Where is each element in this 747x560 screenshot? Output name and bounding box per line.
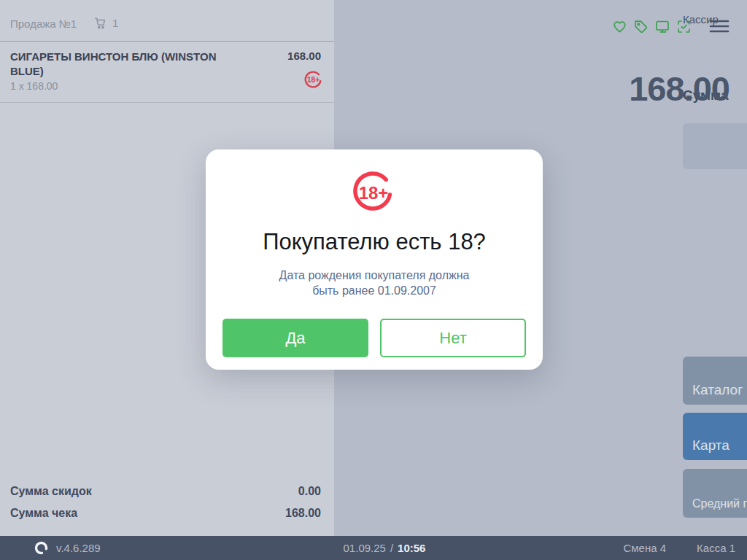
product-price: 168.00 [287, 50, 321, 62]
register-label[interactable]: Касса 1 [697, 542, 735, 554]
yes-button[interactable]: Да [222, 319, 368, 357]
age-confirm-modal: 18+ Покупателю есть 18? Дата рождения по… [206, 149, 543, 370]
sale-title: Продажа №1 [10, 18, 77, 30]
tag-icon[interactable] [633, 19, 649, 34]
discount-total-label: Сумма скидок [10, 485, 92, 498]
sale-header: Продажа №1 1 [0, 0, 334, 42]
svg-text:18+: 18+ [307, 76, 320, 84]
modal-title: Покупателю есть 18? [263, 229, 486, 255]
no-button[interactable]: Нет [380, 319, 526, 357]
card-label: Карта [692, 438, 729, 454]
svg-text:18+: 18+ [359, 183, 389, 203]
modal-buttons: Да Нет [222, 319, 526, 357]
discount-total-row: Сумма скидок 0.00 [0, 481, 334, 503]
medium-bag-button[interactable]: Средний пакет [683, 469, 747, 518]
pos-screen: Продажа №1 1 СИГАРЕТЫ ВИНСТОН БЛЮ (WINST… [0, 0, 747, 560]
age-18-modal-badge-icon: 18+ [352, 169, 396, 213]
cart-counter: 1 [93, 16, 118, 30]
receipt-total-label: Сумма чека [10, 507, 77, 520]
cart-count: 1 [112, 17, 118, 29]
status-separator: / [390, 542, 393, 554]
monitor-icon[interactable] [654, 19, 670, 34]
shift-label[interactable]: Смена 4 [623, 542, 666, 554]
status-time: 10:56 [398, 542, 425, 554]
menu-icon[interactable] [709, 18, 729, 34]
receipt-total-row: Сумма чека 168.00 [0, 503, 334, 525]
status-bar: v.4.6.289 01.09.25 / 10:56 Смена 4 Касса… [0, 536, 747, 560]
catalog-button[interactable]: Каталог [683, 357, 747, 405]
toolbar-icons [612, 18, 729, 34]
card-button[interactable]: Карта [683, 413, 747, 460]
receipt-totals: Сумма скидок 0.00 Сумма чека 168.00 [0, 481, 334, 525]
heart-icon[interactable] [612, 19, 627, 34]
app-version: v.4.6.289 [56, 542, 101, 554]
product-name: СИГАРЕТЫ ВИНСТОН БЛЮ (WINSTON BLUE) [10, 50, 229, 79]
modal-subtitle: Дата рождения покупателя должна быть ран… [268, 268, 480, 298]
product-qty: 1 x 168.00 [10, 80, 58, 92]
cart-icon [93, 16, 107, 30]
receipt-item-row[interactable]: СИГАРЕТЫ ВИНСТОН БЛЮ (WINSTON BLUE) 168.… [0, 42, 334, 103]
status-right: Смена 4 Касса 1 [425, 542, 747, 554]
discount-total-value: 0.00 [298, 485, 321, 498]
amount-entry-display [683, 123, 747, 169]
scan-check-icon[interactable] [676, 19, 692, 34]
medium-bag-label: Средний пакет [692, 496, 747, 511]
receipt-total-value: 168.00 [285, 507, 321, 520]
status-left: v.4.6.289 [0, 540, 344, 556]
status-date: 01.09.25 [344, 542, 386, 554]
age-18-badge-icon: 18+ [304, 70, 323, 89]
app-logo-icon [34, 540, 49, 556]
catalog-label: Каталог [692, 382, 743, 398]
sum-value: 168.00 [629, 69, 729, 109]
status-datetime: 01.09.25 / 10:56 [344, 542, 426, 554]
